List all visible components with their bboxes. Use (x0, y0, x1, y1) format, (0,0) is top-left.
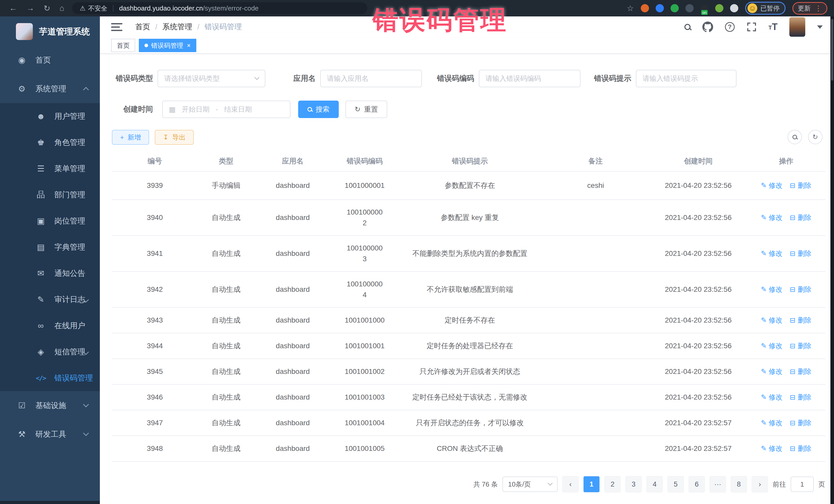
delete-link[interactable]: ⊟删除 (790, 341, 812, 351)
delete-link[interactable]: ⊟删除 (790, 248, 812, 259)
home-icon[interactable]: ⌂ (60, 4, 64, 13)
sidebar-item-audit-log[interactable]: ✎审计日志 (0, 286, 100, 312)
header-icons: ? TT (684, 17, 823, 37)
delete-link[interactable]: ⊟删除 (790, 392, 812, 403)
app-name-input[interactable] (320, 70, 422, 87)
sidebar-item-dept-management[interactable]: 品部门管理 (0, 182, 100, 208)
next-page-button[interactable]: › (752, 476, 768, 492)
reset-button[interactable]: ↻ 重置 (345, 101, 387, 118)
delete-link[interactable]: ⊟删除 (790, 180, 812, 191)
trash-icon: ⊟ (790, 418, 796, 428)
edit-link[interactable]: ✎修改 (761, 418, 783, 428)
sidebar-item-infrastructure[interactable]: ☑基础设施 (0, 391, 100, 420)
window-scrollbar[interactable] (830, 17, 834, 504)
edit-label: 修改 (769, 213, 783, 223)
menu-dots-icon[interactable]: ⋮ (815, 4, 822, 13)
filter-field-app-name: 应用名 (289, 70, 422, 87)
extension-icon-blue-gem[interactable] (656, 4, 664, 12)
sidebar-item-home[interactable]: ◉首页 (0, 46, 100, 74)
sidebar-item-error-code-management[interactable]: </>错误码管理 (0, 365, 100, 391)
edit-link[interactable]: ✎修改 (761, 248, 783, 259)
tab-item[interactable]: 首页 (111, 39, 135, 52)
browser-update-button[interactable]: 更新 ⋮ (792, 2, 827, 15)
back-icon[interactable]: ← (9, 4, 17, 13)
add-button[interactable]: + 新增 (112, 130, 149, 145)
sidebar-item-menu-management[interactable]: ☰菜单管理 (0, 155, 100, 182)
page-size-select[interactable]: 10条/页 (502, 477, 557, 492)
profile-paused-chip[interactable]: ☺ 已暂停 (745, 2, 786, 15)
extension-icon-tiles[interactable] (685, 4, 694, 12)
chevron-down-icon (254, 75, 259, 80)
delete-link[interactable]: ⊟删除 (790, 315, 812, 326)
sidebar-item-online-users[interactable]: ∞在线用户 (0, 312, 100, 339)
extension-icon-green-circle[interactable] (671, 4, 679, 12)
reload-icon[interactable]: ↻ (44, 4, 50, 13)
refresh-table-button[interactable]: ↻ (808, 130, 822, 144)
post-icon: ▣ (35, 216, 47, 226)
edit-link[interactable]: ✎修改 (761, 367, 783, 377)
edit-link[interactable]: ✎修改 (761, 443, 783, 454)
sidebar-item-system-management[interactable]: ⚙系统管理 (0, 74, 100, 103)
page-button-3[interactable]: 3 (626, 476, 642, 492)
edit-link[interactable]: ✎修改 (761, 213, 783, 223)
fullscreen-icon[interactable] (746, 22, 757, 32)
search-icon[interactable] (684, 24, 690, 30)
breadcrumb-item[interactable]: 首页 (135, 22, 150, 32)
sidebar-item-post-management[interactable]: ▣岗位管理 (0, 208, 100, 234)
extension-icon-dark[interactable]: on (700, 4, 708, 12)
edit-link[interactable]: ✎修改 (761, 341, 783, 351)
extension-icon-key[interactable] (715, 4, 723, 12)
sidebar-item-dev-tools[interactable]: ⚒研发工具 (0, 420, 100, 448)
tab-active[interactable]: 错误码管理× (139, 39, 196, 52)
page-button-5[interactable]: 5 (667, 476, 684, 492)
export-button[interactable]: ↧ 导出 (155, 130, 194, 145)
delete-link[interactable]: ⊟删除 (790, 418, 812, 428)
forward-icon[interactable]: → (26, 4, 35, 13)
date-range-picker[interactable]: ▦ 开始日期 - 结束日期 (162, 101, 290, 118)
edit-link[interactable]: ✎修改 (761, 284, 783, 295)
bookmark-star-icon[interactable]: ☆ (627, 4, 634, 13)
page-ellipsis[interactable]: ··· (709, 476, 726, 492)
page-button-8[interactable]: 8 (730, 476, 747, 492)
page-button-1[interactable]: 1 (583, 476, 600, 492)
code-cell: 1001001000 (331, 307, 398, 333)
extension-icon-orange-ring[interactable] (641, 4, 649, 12)
search-button[interactable]: 搜索 (298, 101, 339, 118)
breadcrumb-item[interactable]: 系统管理 (162, 22, 192, 32)
page-button-4[interactable]: 4 (646, 476, 663, 492)
error-hint-input[interactable] (636, 70, 737, 87)
help-icon[interactable]: ? (725, 22, 735, 32)
delete-link[interactable]: ⊟删除 (790, 367, 812, 377)
page-button-2[interactable]: 2 (604, 476, 621, 492)
not-secure-warning[interactable]: ⚠ 不安全 (80, 4, 107, 13)
delete-link[interactable]: ⊟删除 (790, 443, 812, 454)
error-code-type-select[interactable]: 请选择错误码类型 (158, 70, 265, 87)
error-code-input[interactable] (479, 70, 580, 87)
github-icon[interactable] (702, 22, 713, 32)
extension-icon-puzzle[interactable] (730, 4, 738, 12)
app-logo-row[interactable]: 芋道管理系统 (0, 17, 100, 46)
search-icon (307, 107, 312, 112)
chevron-down-icon[interactable] (817, 25, 823, 29)
sidebar-item-sms-management[interactable]: ◈短信管理 (0, 339, 100, 365)
delete-link[interactable]: ⊟删除 (790, 284, 812, 295)
sidebar-item-user-management[interactable]: ☻用户管理 (0, 103, 100, 129)
user-avatar[interactable] (789, 17, 805, 37)
sidebar-item-notice-announcement[interactable]: ✉通知公告 (0, 260, 100, 286)
goto-page-input[interactable] (791, 477, 814, 492)
column-header: 错误码提示 (398, 151, 542, 171)
page-button-6[interactable]: 6 (688, 476, 705, 492)
edit-link[interactable]: ✎修改 (761, 315, 783, 326)
font-size-icon[interactable]: TT (769, 23, 777, 31)
sidebar-item-dict-management[interactable]: ▤字典管理 (0, 234, 100, 260)
edit-link[interactable]: ✎修改 (761, 392, 783, 403)
scrollbar-thumb[interactable] (831, 19, 833, 81)
delete-link[interactable]: ⊟删除 (790, 213, 812, 223)
edit-link[interactable]: ✎修改 (761, 180, 783, 191)
prev-page-button[interactable]: ‹ (562, 476, 579, 492)
address-bar[interactable]: ⚠ 不安全 dashboard.yudao.iocoder.cn /system… (72, 2, 367, 14)
hide-search-button[interactable] (788, 130, 802, 144)
hamburger-icon[interactable] (111, 23, 123, 31)
close-icon[interactable]: × (187, 42, 191, 49)
sidebar-item-role-management[interactable]: ♚角色管理 (0, 129, 100, 155)
